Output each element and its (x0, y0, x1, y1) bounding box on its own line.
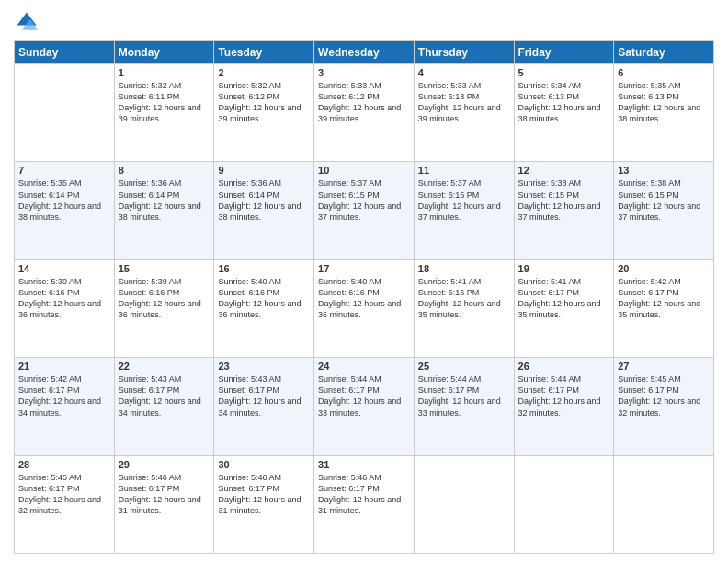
day-number: 3 (318, 67, 410, 78)
day-info: Sunrise: 5:39 AMSunset: 6:16 PMDaylight:… (18, 276, 110, 321)
day-number: 13 (618, 165, 710, 176)
calendar-cell: 25Sunrise: 5:44 AMSunset: 6:17 PMDayligh… (414, 358, 514, 455)
day-info: Sunrise: 5:43 AMSunset: 6:17 PMDaylight:… (218, 373, 310, 419)
calendar-cell: 18Sunrise: 5:41 AMSunset: 6:16 PMDayligh… (414, 259, 514, 357)
logo (14, 9, 43, 35)
day-number: 22 (119, 361, 210, 372)
day-header: Thursday (414, 41, 514, 64)
day-number: 20 (618, 263, 710, 274)
day-number: 2 (218, 67, 310, 78)
day-info: Sunrise: 5:34 AMSunset: 6:13 PMDaylight:… (518, 80, 610, 125)
calendar-cell: 13Sunrise: 5:38 AMSunset: 6:15 PMDayligh… (614, 162, 714, 259)
day-number: 21 (18, 361, 110, 372)
calendar-cell: 5Sunrise: 5:34 AMSunset: 6:13 PMDaylight… (514, 64, 614, 162)
day-header: Sunday (15, 41, 115, 64)
day-header: Saturday (614, 41, 714, 64)
day-info: Sunrise: 5:43 AMSunset: 6:17 PMDaylight:… (119, 373, 210, 419)
header-row: SundayMondayTuesdayWednesdayThursdayFrid… (15, 41, 714, 64)
day-number: 25 (418, 361, 510, 372)
day-info: Sunrise: 5:40 AMSunset: 6:16 PMDaylight:… (218, 276, 310, 321)
calendar-cell (514, 455, 614, 553)
day-number: 1 (119, 67, 210, 78)
day-info: Sunrise: 5:44 AMSunset: 6:17 PMDaylight:… (418, 373, 510, 419)
calendar-cell: 15Sunrise: 5:39 AMSunset: 6:16 PMDayligh… (114, 259, 214, 357)
logo-icon (14, 9, 40, 35)
day-info: Sunrise: 5:42 AMSunset: 6:17 PMDaylight:… (18, 373, 110, 419)
day-info: Sunrise: 5:36 AMSunset: 6:14 PMDaylight:… (218, 178, 310, 223)
day-info: Sunrise: 5:35 AMSunset: 6:13 PMDaylight:… (618, 80, 710, 125)
day-number: 5 (518, 67, 610, 78)
day-header: Friday (514, 41, 614, 64)
day-number: 9 (218, 165, 310, 176)
calendar-cell: 14Sunrise: 5:39 AMSunset: 6:16 PMDayligh… (15, 259, 115, 357)
calendar-cell: 30Sunrise: 5:46 AMSunset: 6:17 PMDayligh… (214, 455, 314, 553)
day-number: 11 (418, 165, 510, 176)
day-header: Monday (114, 41, 214, 64)
day-info: Sunrise: 5:46 AMSunset: 6:17 PMDaylight:… (318, 472, 410, 517)
calendar-cell: 3Sunrise: 5:33 AMSunset: 6:12 PMDaylight… (314, 64, 415, 162)
day-info: Sunrise: 5:32 AMSunset: 6:12 PMDaylight:… (218, 80, 310, 125)
day-info: Sunrise: 5:35 AMSunset: 6:14 PMDaylight:… (18, 178, 110, 223)
calendar-cell: 24Sunrise: 5:44 AMSunset: 6:17 PMDayligh… (314, 358, 415, 455)
calendar-cell (414, 455, 514, 553)
day-number: 29 (119, 459, 210, 470)
day-info: Sunrise: 5:39 AMSunset: 6:16 PMDaylight:… (119, 276, 210, 321)
day-number: 24 (318, 361, 410, 372)
calendar-cell: 23Sunrise: 5:43 AMSunset: 6:17 PMDayligh… (214, 358, 314, 455)
day-info: Sunrise: 5:42 AMSunset: 6:17 PMDaylight:… (618, 276, 710, 321)
day-info: Sunrise: 5:41 AMSunset: 6:17 PMDaylight:… (518, 276, 610, 321)
week-row: 7Sunrise: 5:35 AMSunset: 6:14 PMDaylight… (15, 162, 714, 259)
calendar-cell: 4Sunrise: 5:33 AMSunset: 6:13 PMDaylight… (414, 64, 514, 162)
calendar-cell: 7Sunrise: 5:35 AMSunset: 6:14 PMDaylight… (15, 162, 115, 259)
day-info: Sunrise: 5:45 AMSunset: 6:17 PMDaylight:… (18, 472, 110, 517)
day-number: 27 (618, 361, 710, 372)
day-info: Sunrise: 5:44 AMSunset: 6:17 PMDaylight:… (318, 373, 410, 419)
calendar-cell: 31Sunrise: 5:46 AMSunset: 6:17 PMDayligh… (314, 455, 415, 553)
calendar-cell: 20Sunrise: 5:42 AMSunset: 6:17 PMDayligh… (614, 259, 714, 357)
calendar-cell (614, 455, 714, 553)
day-number: 4 (418, 67, 510, 78)
calendar-cell: 10Sunrise: 5:37 AMSunset: 6:15 PMDayligh… (314, 162, 415, 259)
calendar-cell: 9Sunrise: 5:36 AMSunset: 6:14 PMDaylight… (214, 162, 314, 259)
day-number: 23 (218, 361, 310, 372)
calendar-cell: 1Sunrise: 5:32 AMSunset: 6:11 PMDaylight… (114, 64, 214, 162)
day-info: Sunrise: 5:38 AMSunset: 6:15 PMDaylight:… (618, 178, 710, 223)
week-row: 21Sunrise: 5:42 AMSunset: 6:17 PMDayligh… (15, 358, 714, 455)
day-number: 19 (518, 263, 610, 274)
day-info: Sunrise: 5:46 AMSunset: 6:17 PMDaylight:… (119, 472, 210, 517)
calendar-cell: 22Sunrise: 5:43 AMSunset: 6:17 PMDayligh… (114, 358, 214, 455)
day-number: 18 (418, 263, 510, 274)
day-number: 7 (18, 165, 110, 176)
day-number: 16 (218, 263, 310, 274)
day-number: 17 (318, 263, 410, 274)
calendar-cell (15, 64, 115, 162)
week-row: 28Sunrise: 5:45 AMSunset: 6:17 PMDayligh… (15, 455, 714, 553)
day-info: Sunrise: 5:32 AMSunset: 6:11 PMDaylight:… (119, 80, 210, 125)
day-info: Sunrise: 5:46 AMSunset: 6:17 PMDaylight:… (218, 472, 310, 517)
day-info: Sunrise: 5:37 AMSunset: 6:15 PMDaylight:… (418, 178, 510, 223)
day-number: 10 (318, 165, 410, 176)
day-info: Sunrise: 5:33 AMSunset: 6:12 PMDaylight:… (318, 80, 410, 125)
calendar-cell: 27Sunrise: 5:45 AMSunset: 6:17 PMDayligh… (614, 358, 714, 455)
day-number: 30 (218, 459, 310, 470)
calendar-cell: 26Sunrise: 5:44 AMSunset: 6:17 PMDayligh… (514, 358, 614, 455)
day-number: 14 (18, 263, 110, 274)
day-info: Sunrise: 5:33 AMSunset: 6:13 PMDaylight:… (418, 80, 510, 125)
day-number: 26 (518, 361, 610, 372)
day-info: Sunrise: 5:45 AMSunset: 6:17 PMDaylight:… (618, 373, 710, 419)
calendar-cell: 16Sunrise: 5:40 AMSunset: 6:16 PMDayligh… (214, 259, 314, 357)
calendar-cell: 29Sunrise: 5:46 AMSunset: 6:17 PMDayligh… (114, 455, 214, 553)
week-row: 1Sunrise: 5:32 AMSunset: 6:11 PMDaylight… (15, 64, 714, 162)
day-number: 12 (518, 165, 610, 176)
header (14, 9, 714, 35)
day-number: 6 (618, 67, 710, 78)
day-header: Tuesday (214, 41, 314, 64)
day-number: 28 (18, 459, 110, 470)
page: SundayMondayTuesdayWednesdayThursdayFrid… (0, 0, 728, 563)
calendar-cell: 21Sunrise: 5:42 AMSunset: 6:17 PMDayligh… (15, 358, 115, 455)
calendar-cell: 6Sunrise: 5:35 AMSunset: 6:13 PMDaylight… (614, 64, 714, 162)
calendar-cell: 11Sunrise: 5:37 AMSunset: 6:15 PMDayligh… (414, 162, 514, 259)
day-number: 15 (119, 263, 210, 274)
day-info: Sunrise: 5:36 AMSunset: 6:14 PMDaylight:… (119, 178, 210, 223)
day-info: Sunrise: 5:40 AMSunset: 6:16 PMDaylight:… (318, 276, 410, 321)
